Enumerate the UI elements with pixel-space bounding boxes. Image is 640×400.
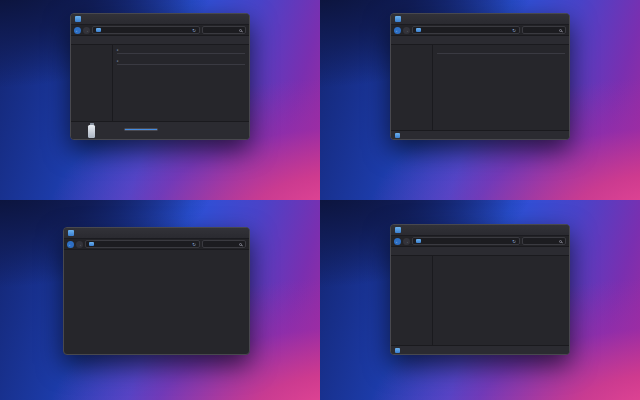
refresh-icon[interactable]: ↻ [192,242,196,247]
control-panel-header [64,250,249,257]
window-icon [395,227,401,233]
navigation-bar: ← → ↻ [391,236,569,247]
usb-drive-icon [88,125,95,138]
breadcrumb-icon [89,242,94,247]
forward-button[interactable]: → [76,241,83,248]
file-area [113,45,249,121]
titlebar[interactable] [391,14,569,25]
details-pane [71,121,249,139]
selected-drive [76,123,107,138]
window-control-panel: ← → ↻ [63,227,250,355]
forward-button[interactable]: → [83,27,90,34]
window-icon [75,16,81,22]
search-input[interactable] [202,26,246,34]
search-icon [239,243,242,246]
titlebar[interactable] [64,228,249,239]
search-input[interactable] [202,240,246,248]
window-body [391,45,569,130]
search-icon [239,29,242,32]
search-icon [559,29,562,32]
status-bar [391,345,569,354]
group-header-hdd[interactable] [117,48,245,54]
command-bar [391,36,569,45]
command-bar [391,247,569,256]
back-button[interactable]: ← [394,238,401,245]
status-icon [395,348,400,353]
search-input[interactable] [522,237,566,245]
status-icon [395,133,400,138]
space-used-bar [124,128,158,132]
screen-control-panel: ← → ↻ [0,200,320,400]
file-area [433,45,569,130]
refresh-icon[interactable]: ↻ [512,28,516,33]
breadcrumb[interactable]: ↻ [412,26,520,34]
titlebar[interactable] [391,225,569,236]
window-icon [68,230,74,236]
back-button[interactable]: ← [67,241,74,248]
forward-button[interactable]: → [403,238,410,245]
screen-user-folder: ← → ↻ [320,200,640,400]
libraries-banner [437,48,565,54]
command-bar [71,36,249,45]
breadcrumb[interactable]: ↻ [85,240,200,248]
breadcrumb-icon [416,28,421,33]
window-computer: ← → ↻ [70,13,250,140]
screen-computer: ← → ↻ [0,0,320,200]
navigation-pane [71,45,113,121]
navigation-pane [391,45,433,130]
forward-button[interactable]: → [403,27,410,34]
search-icon [559,240,562,243]
back-button[interactable]: ← [74,27,81,34]
refresh-icon[interactable]: ↻ [512,239,516,244]
drive-stats [121,128,161,134]
navigation-bar: ← → ↻ [64,239,249,250]
breadcrumb-icon [96,28,101,33]
breadcrumb[interactable]: ↻ [412,237,520,245]
navigation-bar: ← → ↻ [391,25,569,36]
search-input[interactable] [522,26,566,34]
window-body [391,256,569,345]
screenshot-grid: ← → ↻ [0,0,640,400]
back-button[interactable]: ← [394,27,401,34]
screen-libraries: ← → ↻ [320,0,640,200]
window-libraries: ← → ↻ [390,13,570,140]
refresh-icon[interactable]: ↻ [192,28,196,33]
breadcrumb-icon [416,239,421,244]
file-area [433,256,569,345]
group-header-removable[interactable] [117,59,245,65]
navigation-pane [391,256,433,345]
breadcrumb[interactable]: ↻ [92,26,200,34]
window-body [71,45,249,121]
category-grid [64,257,249,354]
titlebar[interactable] [71,14,249,25]
window-user-folder: ← → ↻ [390,224,570,355]
status-bar [391,130,569,139]
window-icon [395,16,401,22]
navigation-bar: ← → ↻ [71,25,249,36]
